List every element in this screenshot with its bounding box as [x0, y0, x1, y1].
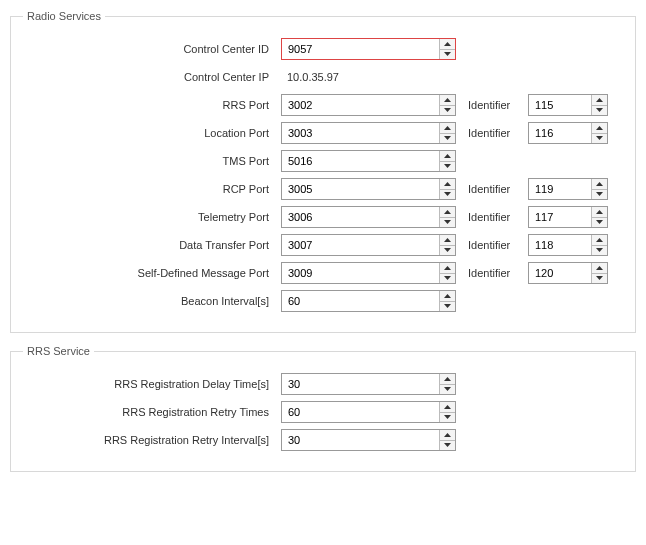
rcp-port-id-input[interactable]	[529, 179, 591, 199]
spin-down-button[interactable]	[592, 246, 607, 256]
spin-up-button[interactable]	[592, 95, 607, 106]
chevron-down-icon	[444, 443, 451, 447]
location-port-id-input[interactable]	[529, 123, 591, 143]
rrs-retry-interval-input[interactable]	[282, 430, 439, 450]
spin-down-button[interactable]	[592, 190, 607, 200]
spin-down-button[interactable]	[592, 134, 607, 144]
control-center-id-input[interactable]	[282, 39, 439, 59]
rrs-retry-times-row: RRS Registration Retry Times	[23, 401, 623, 423]
control-center-id-field[interactable]	[281, 38, 456, 60]
spin-down-button[interactable]	[440, 162, 455, 172]
rrs-retry-times-input[interactable]	[282, 402, 439, 422]
chevron-down-icon	[444, 108, 451, 112]
tms-port-field[interactable]	[281, 150, 456, 172]
spinner-buttons	[439, 123, 455, 143]
chevron-up-icon	[444, 294, 451, 298]
spin-down-button[interactable]	[592, 106, 607, 116]
spin-down-button[interactable]	[440, 274, 455, 284]
spin-up-button[interactable]	[592, 123, 607, 134]
self-defined-port-id-field[interactable]	[528, 262, 608, 284]
rrs-retry-times-field[interactable]	[281, 401, 456, 423]
rrs-reg-delay-row: RRS Registration Delay Time[s]	[23, 373, 623, 395]
spin-up-button[interactable]	[440, 235, 455, 246]
spin-up-button[interactable]	[592, 207, 607, 218]
self-defined-port-field[interactable]	[281, 262, 456, 284]
spin-up-button[interactable]	[592, 263, 607, 274]
chevron-down-icon	[596, 192, 603, 196]
beacon-interval-input[interactable]	[282, 291, 439, 311]
spin-down-button[interactable]	[440, 218, 455, 228]
location-port-field[interactable]	[281, 122, 456, 144]
rcp-port-id-field[interactable]	[528, 178, 608, 200]
rrs-retry-interval-row: RRS Registration Retry Interval[s]	[23, 429, 623, 451]
location-port-id-field[interactable]	[528, 122, 608, 144]
data-transfer-port-id-input[interactable]	[529, 235, 591, 255]
telemetry-port-id-input[interactable]	[529, 207, 591, 227]
spin-down-button[interactable]	[440, 246, 455, 256]
chevron-down-icon	[444, 415, 451, 419]
rrs-port-input[interactable]	[282, 95, 439, 115]
chevron-up-icon	[444, 126, 451, 130]
rrs-port-id-field[interactable]	[528, 94, 608, 116]
rcp-port-field[interactable]	[281, 178, 456, 200]
tms-port-input[interactable]	[282, 151, 439, 171]
chevron-down-icon	[596, 248, 603, 252]
rrs-reg-delay-input[interactable]	[282, 374, 439, 394]
spin-up-button[interactable]	[440, 263, 455, 274]
chevron-down-icon	[596, 136, 603, 140]
spin-up-button[interactable]	[440, 430, 455, 441]
spin-down-button[interactable]	[440, 50, 455, 60]
telemetry-port-id-field[interactable]	[528, 206, 608, 228]
rrs-port-field[interactable]	[281, 94, 456, 116]
spin-down-button[interactable]	[440, 106, 455, 116]
data-transfer-port-id-field[interactable]	[528, 234, 608, 256]
spin-up-button[interactable]	[440, 39, 455, 50]
chevron-up-icon	[596, 266, 603, 270]
chevron-down-icon	[444, 52, 451, 56]
chevron-down-icon	[596, 220, 603, 224]
spin-down-button[interactable]	[440, 385, 455, 395]
spin-up-button[interactable]	[440, 207, 455, 218]
rcp-port-input[interactable]	[282, 179, 439, 199]
spin-down-button[interactable]	[592, 274, 607, 284]
spin-up-button[interactable]	[440, 151, 455, 162]
spin-up-button[interactable]	[440, 95, 455, 106]
spin-down-button[interactable]	[440, 302, 455, 312]
spin-up-button[interactable]	[440, 291, 455, 302]
spin-up-button[interactable]	[440, 374, 455, 385]
rrs-retry-interval-label: RRS Registration Retry Interval[s]	[23, 434, 273, 446]
chevron-up-icon	[444, 238, 451, 242]
rrs-retry-interval-field[interactable]	[281, 429, 456, 451]
self-defined-port-label: Self-Defined Message Port	[23, 267, 273, 279]
telemetry-port-input[interactable]	[282, 207, 439, 227]
chevron-down-icon	[596, 276, 603, 280]
data-transfer-port-input[interactable]	[282, 235, 439, 255]
self-defined-port-id-input[interactable]	[529, 263, 591, 283]
data-transfer-port-field[interactable]	[281, 234, 456, 256]
spin-down-button[interactable]	[592, 218, 607, 228]
spin-down-button[interactable]	[440, 413, 455, 423]
chevron-up-icon	[596, 238, 603, 242]
control-center-ip-row: Control Center IP 10.0.35.97	[23, 66, 623, 88]
spinner-buttons	[591, 263, 607, 283]
beacon-interval-field[interactable]	[281, 290, 456, 312]
spin-up-button[interactable]	[440, 123, 455, 134]
chevron-down-icon	[596, 108, 603, 112]
rrs-port-id-input[interactable]	[529, 95, 591, 115]
chevron-down-icon	[444, 220, 451, 224]
chevron-down-icon	[444, 164, 451, 168]
self-defined-port-input[interactable]	[282, 263, 439, 283]
spin-down-button[interactable]	[440, 134, 455, 144]
beacon-interval-label: Beacon Interval[s]	[23, 295, 273, 307]
spin-down-button[interactable]	[440, 190, 455, 200]
spin-down-button[interactable]	[440, 441, 455, 451]
spin-up-button[interactable]	[592, 179, 607, 190]
telemetry-port-field[interactable]	[281, 206, 456, 228]
spin-up-button[interactable]	[440, 402, 455, 413]
chevron-up-icon	[444, 210, 451, 214]
spin-up-button[interactable]	[592, 235, 607, 246]
self-defined-port-row: Self-Defined Message Port Identifier	[23, 262, 623, 284]
location-port-input[interactable]	[282, 123, 439, 143]
spin-up-button[interactable]	[440, 179, 455, 190]
rrs-reg-delay-field[interactable]	[281, 373, 456, 395]
